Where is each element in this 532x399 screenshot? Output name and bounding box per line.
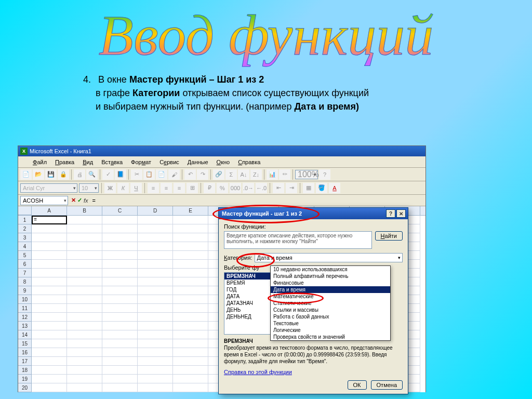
cell[interactable] (32, 366, 67, 375)
row-header[interactable]: 10 (18, 295, 32, 304)
ok-button[interactable]: ОК (348, 380, 367, 390)
cell[interactable] (173, 383, 208, 392)
cell[interactable] (102, 322, 138, 330)
cell[interactable] (67, 242, 102, 251)
row-header[interactable]: 2 (18, 224, 32, 233)
cell[interactable] (102, 286, 138, 295)
menu-window[interactable]: Окно (214, 158, 233, 166)
cell[interactable] (32, 339, 67, 348)
cell[interactable] (102, 304, 138, 313)
row-header[interactable]: 8 (18, 277, 32, 286)
row-header[interactable]: 5 (18, 251, 32, 260)
enter-formula-icon[interactable]: ✓ (77, 197, 82, 204)
format-painter-icon[interactable]: 🖌 (168, 169, 180, 180)
cell[interactable] (67, 295, 102, 304)
cell[interactable] (102, 251, 138, 260)
row-header[interactable]: 19 (18, 375, 32, 383)
autosum-icon[interactable]: Σ (225, 169, 237, 180)
menu-data[interactable]: Данные (184, 158, 211, 166)
cell[interactable] (67, 366, 102, 375)
col-header[interactable]: C (102, 206, 138, 215)
select-all-corner[interactable] (18, 206, 32, 215)
col-header[interactable]: E (173, 206, 208, 215)
cell[interactable] (67, 339, 102, 348)
cell[interactable] (102, 295, 138, 304)
cell[interactable] (173, 216, 208, 224)
cell[interactable] (102, 242, 138, 251)
dropdown-item[interactable]: Дата и время (271, 286, 390, 293)
cell[interactable] (32, 322, 67, 330)
cell[interactable] (67, 216, 102, 224)
cell[interactable] (173, 313, 208, 322)
cell[interactable] (102, 277, 138, 286)
preview-icon[interactable]: 🔍 (86, 169, 98, 180)
font-size-combo[interactable]: 10 (79, 183, 99, 193)
cell[interactable] (102, 224, 138, 233)
cell[interactable] (173, 277, 208, 286)
increase-decimal-icon[interactable]: .0→ (243, 183, 254, 193)
cell[interactable] (67, 260, 102, 269)
cell[interactable] (173, 242, 208, 251)
print-icon[interactable]: 🖨 (74, 169, 85, 180)
cell[interactable] (102, 269, 138, 277)
cell[interactable] (138, 375, 173, 383)
sort-desc-icon[interactable]: Z↓ (250, 169, 262, 180)
cell[interactable] (138, 216, 173, 224)
cell[interactable] (67, 375, 102, 383)
row-header[interactable]: 7 (18, 269, 32, 277)
cell[interactable] (173, 322, 208, 330)
row-header[interactable]: 14 (18, 330, 32, 339)
menu-file[interactable]: Файл (30, 158, 50, 166)
font-color-icon[interactable]: A (329, 183, 340, 193)
help-button[interactable]: ? (386, 209, 395, 218)
cell[interactable] (32, 304, 67, 313)
cell[interactable] (102, 216, 138, 224)
cell[interactable] (173, 304, 208, 313)
save-icon[interactable]: 💾 (45, 169, 57, 180)
cell[interactable] (138, 224, 173, 233)
cell[interactable] (67, 348, 102, 357)
comma-icon[interactable]: 000 (230, 183, 241, 193)
cell[interactable] (67, 224, 102, 233)
cell[interactable] (138, 313, 173, 322)
col-header[interactable]: D (138, 206, 173, 215)
cell[interactable] (67, 251, 102, 260)
row-header[interactable]: 1 (18, 216, 32, 224)
cancel-formula-icon[interactable]: ✕ (71, 197, 76, 204)
cell[interactable] (102, 330, 138, 339)
cell[interactable] (173, 339, 208, 348)
cell[interactable] (138, 233, 173, 242)
cancel-button[interactable]: Отмена (371, 380, 403, 390)
row-header[interactable]: 17 (18, 357, 32, 366)
row-header[interactable]: 9 (18, 286, 32, 295)
cell[interactable] (102, 357, 138, 366)
dropdown-item[interactable]: Статистические (271, 300, 390, 307)
decrease-decimal-icon[interactable]: ←.0 (256, 183, 267, 193)
percent-icon[interactable]: % (217, 183, 228, 193)
cell[interactable] (138, 322, 173, 330)
menu-insert[interactable]: Вставка (98, 158, 126, 166)
italic-icon[interactable]: К (117, 183, 129, 193)
cell[interactable] (173, 330, 208, 339)
cell[interactable] (173, 233, 208, 242)
row-header[interactable]: 16 (18, 348, 32, 357)
category-dropdown[interactable]: 10 недавно использовавшихсяПолный алфави… (270, 265, 391, 341)
cell[interactable] (32, 383, 67, 392)
align-center-icon[interactable]: ≡ (161, 183, 172, 193)
cell[interactable] (67, 357, 102, 366)
cell[interactable] (173, 260, 208, 269)
cell[interactable] (32, 233, 67, 242)
copy-icon[interactable]: 📋 (143, 169, 155, 180)
new-icon[interactable]: 📄 (20, 169, 32, 180)
cell[interactable] (138, 383, 173, 392)
chart-icon[interactable]: 📊 (267, 169, 278, 180)
cell[interactable] (173, 286, 208, 295)
sort-asc-icon[interactable]: A↓ (238, 169, 249, 180)
cell[interactable] (32, 348, 67, 357)
cell[interactable] (67, 304, 102, 313)
cell[interactable] (138, 251, 173, 260)
cell[interactable] (32, 286, 67, 295)
fx-icon[interactable]: fx (84, 197, 88, 204)
open-icon[interactable]: 📂 (33, 169, 44, 180)
cell[interactable] (102, 348, 138, 357)
